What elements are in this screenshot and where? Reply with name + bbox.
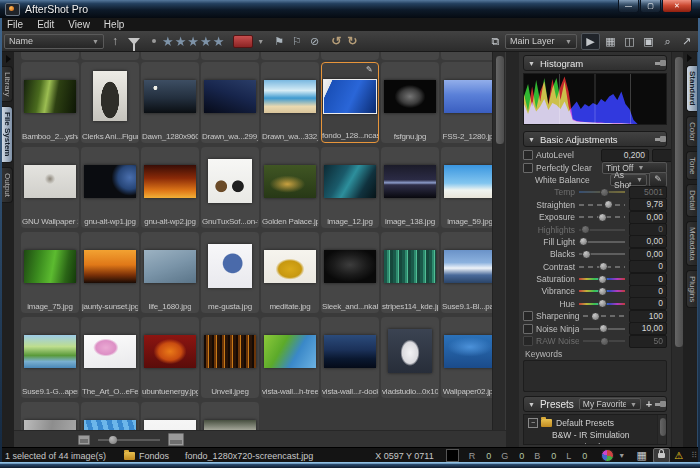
flag-finished-icon[interactable]: ⚐ (292, 35, 302, 48)
sidebar-tab-output[interactable]: Output (2, 167, 13, 203)
autolevel-checkbox[interactable] (523, 150, 533, 160)
thumbnail-tile[interactable]: Bamboo_2...ysha.jpg (21, 62, 79, 143)
monitor-profile-icon[interactable]: ▦ (633, 448, 650, 463)
adjustment-value[interactable]: 0 (629, 273, 667, 286)
large-thumbnails-icon[interactable] (168, 433, 184, 446)
flag-pick-icon[interactable]: ⚑ (274, 35, 284, 48)
title-bar[interactable]: AfterShot Pro — ▢ ✕ (0, 0, 700, 18)
thumbnail-size-slider[interactable] (98, 439, 160, 441)
preset-item[interactable]: B&W - Simple (528, 441, 666, 445)
panel-tab-tone[interactable]: Tone (686, 151, 697, 180)
basic-adjustments-header[interactable]: ▼ Basic Adjustments (523, 131, 667, 147)
pin-icon[interactable] (655, 62, 662, 65)
color-label-swatch[interactable] (233, 35, 253, 48)
adjustment-value[interactable]: 0 (629, 223, 667, 236)
color-label-dropdown-icon[interactable]: ▼ (257, 38, 264, 45)
slider-handle[interactable] (598, 299, 607, 308)
adjustment-value[interactable]: 0,00 (629, 235, 667, 248)
panel-tab-standard[interactable]: Standard (686, 65, 697, 112)
color-management-icon[interactable] (601, 449, 614, 462)
sort-select[interactable]: Name ▼ (4, 34, 104, 49)
rotate-right-icon[interactable]: ↻ (347, 34, 357, 48)
thumbnail-tile[interactable]: Golden Palace.jpg (261, 147, 319, 228)
close-button[interactable]: ✕ (662, 0, 692, 13)
thumbnail-tile[interactable]: vista-wall...h-tree.jpg (261, 317, 319, 398)
browse-panes-view-icon[interactable]: ◫ (621, 34, 638, 49)
collapse-arrow-icon[interactable]: ▼ (528, 136, 535, 143)
collapse-arrow-icon[interactable]: ▼ (528, 401, 535, 408)
thumbnail-tile[interactable]: gnu-alt-wp2.jpg (141, 147, 199, 228)
thumbnail-tile[interactable] (81, 402, 139, 430)
noise-ninja-checkbox[interactable] (523, 324, 533, 334)
thumbnail-tile[interactable]: life_1680.jpg (141, 232, 199, 313)
adjustment-value[interactable]: 9,78 (629, 198, 667, 211)
panel-tab-metadata[interactable]: Metadata (686, 221, 697, 266)
raw-noise-slider[interactable] (583, 340, 625, 342)
exposure-slider[interactable] (579, 216, 625, 218)
blacks-slider[interactable] (579, 253, 625, 255)
white-balance-select[interactable]: As Shot▼ (610, 174, 647, 186)
panel-collapse-arrow-icon[interactable] (687, 54, 692, 62)
right-panel-scrollbar[interactable] (671, 52, 683, 447)
menu-item-edit[interactable]: Edit (30, 18, 61, 31)
thumbnail-tile[interactable]: me-gusta.jpg (201, 232, 259, 313)
thumbnail-tile[interactable]: Wallpaper02.jpg (441, 317, 499, 398)
thumbnail-tile[interactable]: ubuntuenergy.jpg (141, 317, 199, 398)
thumbnail-tile[interactable]: jaunty-sunset.jpg (81, 232, 139, 313)
thumbnail-tile[interactable]: image_59.jpg (441, 147, 499, 228)
thumbnail-size-handle[interactable] (109, 436, 117, 444)
fullscreen-icon[interactable]: ↗ (678, 34, 695, 49)
adjustment-value[interactable]: 0,00 (629, 211, 667, 224)
thumbnail-tile[interactable]: stripes114_kde.jpg (381, 232, 439, 313)
sidebar-tab-file-system[interactable]: File System (2, 106, 13, 162)
panel-tab-color[interactable]: Color (686, 116, 697, 147)
thumbnail-tile[interactable] (141, 402, 199, 430)
thumbnail-tile[interactable]: FSS-2_1280.jpg (441, 62, 499, 143)
thumbnail-tile[interactable]: ✎fondo_128...ncast.jpg (321, 62, 379, 143)
rating-star-icon[interactable]: ★ (213, 34, 226, 49)
adjustment-value[interactable]: 0 (629, 297, 667, 310)
adjustment-value[interactable]: 0 (629, 285, 667, 298)
pin-icon[interactable] (655, 403, 662, 406)
fill-light-slider[interactable] (579, 241, 625, 243)
small-thumbnails-icon[interactable] (78, 435, 90, 445)
perfectly-clear-checkbox[interactable] (523, 163, 533, 173)
thumbnail-tile[interactable]: Suse9.1-Bl...papers.jpg (441, 232, 499, 313)
adjustment-value[interactable]: 100 (629, 310, 667, 323)
thumbnail-tile[interactable] (21, 402, 79, 430)
preset-item[interactable]: B&W - IR Simulation (528, 429, 666, 441)
thumbnail-tile[interactable]: image_12.jpg (321, 147, 379, 228)
adjustment-value[interactable]: 0,00 (629, 248, 667, 261)
adjustment-value[interactable]: 50 (629, 335, 667, 348)
thumbnail-tile[interactable]: Drawn_wa...332_.jpg (261, 62, 319, 143)
thumbnail-tile[interactable]: GNU Wallpaper 2.jpg (21, 147, 79, 228)
thumbnail-tile[interactable]: Suse9.1-G...apers.jpg (21, 317, 79, 398)
slider-handle[interactable] (600, 188, 609, 197)
image-view-icon[interactable]: ▣ (640, 34, 657, 49)
raw-noise-checkbox[interactable] (523, 336, 533, 346)
thumbnail-tile[interactable]: fsfgnu.jpg (381, 62, 439, 143)
adjustment-value[interactable]: 10,00 (629, 322, 667, 335)
expander-icon[interactable]: − (528, 418, 538, 428)
panel-tab-detail[interactable]: Detail (686, 184, 697, 216)
rating-star-icon[interactable]: ★ (200, 34, 213, 49)
slider-handle[interactable] (591, 312, 600, 321)
filter-icon[interactable] (128, 38, 140, 45)
thumbnail-tile[interactable]: Sleek_and...nkahn.jpg (321, 232, 379, 313)
vibrance-slider[interactable] (579, 290, 625, 292)
thumbnail-tile[interactable]: GnuTuxSof...on-v1.jpg (201, 147, 259, 228)
slider-handle[interactable] (582, 250, 591, 259)
warning-icon[interactable]: ⚠ (674, 450, 683, 461)
thumbnail-tile[interactable]: Drawn_wa...299_.jpg (201, 62, 259, 143)
panel-collapse-arrow-icon[interactable] (6, 55, 11, 63)
pin-icon[interactable] (655, 138, 662, 141)
current-folder[interactable]: Fondos (139, 451, 169, 461)
sharpening-checkbox[interactable] (523, 311, 533, 321)
maximize-button[interactable]: ▢ (640, 0, 661, 13)
thumbnail-tile[interactable]: Unveil.jpeg (201, 317, 259, 398)
thumbnail-tile[interactable]: image_138.jpg (381, 147, 439, 228)
grid-scrollbar-thumb[interactable] (495, 55, 505, 145)
lock-toggle[interactable] (653, 448, 670, 463)
chevron-down-icon[interactable]: ▼ (618, 452, 625, 459)
presets-scrollbar-thumb[interactable] (659, 417, 667, 437)
